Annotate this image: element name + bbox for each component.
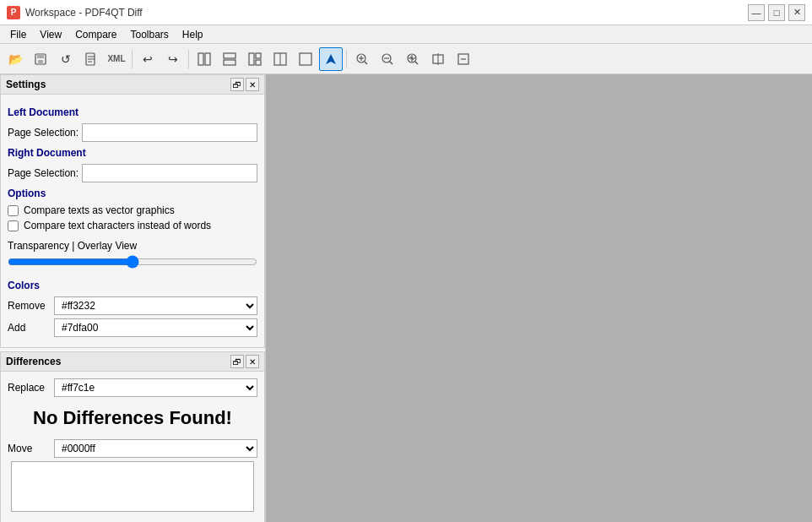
zoom2-btn[interactable] <box>376 47 399 71</box>
title-bar: P Workspace - PDF4QT Diff — □ ✕ <box>0 0 812 25</box>
menu-help[interactable]: Help <box>176 27 210 42</box>
settings-panel-controls: 🗗 ✕ <box>230 78 259 91</box>
add-color-label: Add <box>8 322 54 334</box>
view5-btn[interactable] <box>294 47 317 71</box>
remove-color-label: Remove <box>8 300 54 312</box>
replace-color-label: Replace <box>8 382 54 394</box>
svg-line-23 <box>390 62 392 64</box>
svg-line-19 <box>365 62 367 64</box>
sep3 <box>346 50 347 68</box>
compare-chars-label: Compare text characters instead of words <box>24 220 211 231</box>
zoom4-btn[interactable] <box>426 47 450 71</box>
add-color-row: Add #7dfa00 <box>8 318 257 337</box>
sep2 <box>188 50 189 68</box>
remove-color-select[interactable]: #ff3232 <box>54 296 257 315</box>
settings-panel-title: Settings <box>6 79 46 90</box>
colors-section: Colors Remove #ff3232 Add #7dfa00 <box>8 280 257 337</box>
view2-btn[interactable] <box>218 47 241 71</box>
refresh-btn[interactable]: ↺ <box>54 47 78 71</box>
window-title: Workspace - PDF4QT Diff <box>25 7 748 19</box>
zoom3-btn[interactable] <box>401 47 425 71</box>
navigate-btn[interactable] <box>319 47 343 71</box>
zoom1-btn[interactable] <box>350 47 374 71</box>
right-page-selection-label: Page Selection: <box>8 167 78 179</box>
right-page-selection-row: Page Selection: <box>8 164 257 182</box>
compare-chars-checkbox[interactable] <box>8 220 19 231</box>
menu-compare[interactable]: Compare <box>68 27 123 42</box>
view4-btn[interactable] <box>268 47 292 71</box>
menu-bar: File View Compare Toolbars Help <box>0 25 812 44</box>
transparency-label: Transparency | Overlay View <box>8 240 257 252</box>
left-panel: Settings 🗗 ✕ Left Document Page Selectio… <box>0 74 266 522</box>
differences-panel-header: Differences 🗗 ✕ <box>1 352 264 372</box>
options-title: Options <box>8 188 257 199</box>
add-color-select[interactable]: #7dfa00 <box>54 318 257 337</box>
svg-rect-13 <box>256 60 261 65</box>
replace-color-row: Replace #ff7c1e <box>8 378 257 397</box>
view1-btn[interactable] <box>192 47 216 71</box>
settings-close-btn[interactable]: ✕ <box>246 78 259 91</box>
move-color-select[interactable]: #0000ff <box>54 439 257 458</box>
right-document-title: Right Document <box>8 147 257 159</box>
replace-color-select[interactable]: #ff7c1e <box>54 378 257 397</box>
svg-rect-10 <box>224 60 235 65</box>
sep1 <box>132 50 133 68</box>
minimize-button[interactable]: — <box>748 4 765 21</box>
no-differences-message: No Differences Found! <box>8 400 257 436</box>
differences-close-btn[interactable]: ✕ <box>246 355 259 368</box>
transparency-slider[interactable] <box>8 255 257 269</box>
svg-rect-2 <box>38 60 43 64</box>
window-controls: — □ ✕ <box>748 4 805 21</box>
transparency-section: Transparency | Overlay View <box>8 240 257 271</box>
differences-content: Replace #ff7c1e No Differences Found! Mo… <box>1 372 264 522</box>
differences-restore-btn[interactable]: 🗗 <box>230 355 244 368</box>
compare-vector-label: Compare texts as vector graphics <box>24 204 175 216</box>
remove-color-row: Remove #ff3232 <box>8 296 257 315</box>
open-folder-btn[interactable]: 📂 <box>3 47 27 71</box>
no-differences-container: No Differences Found! Move #0000ff <box>8 400 257 458</box>
document-btn[interactable] <box>79 47 103 71</box>
settings-panel: Settings 🗗 ✕ Left Document Page Selectio… <box>0 74 265 348</box>
differences-panel: Differences 🗗 ✕ Replace #ff7c1e No Diffe… <box>0 351 265 522</box>
view3-btn[interactable] <box>243 47 267 71</box>
svg-rect-12 <box>256 53 261 58</box>
svg-rect-8 <box>205 53 210 65</box>
right-page-selection-input[interactable] <box>82 164 257 182</box>
svg-marker-17 <box>326 54 336 64</box>
xml-btn[interactable]: XML <box>105 47 128 71</box>
toolbar: 📂 ↺ XML ↩ ↪ <box>0 44 812 74</box>
app-icon: P <box>7 6 20 19</box>
menu-view[interactable]: View <box>33 27 68 42</box>
menu-toolbars[interactable]: Toolbars <box>124 27 176 42</box>
settings-content: Left Document Page Selection: Right Docu… <box>1 95 264 347</box>
svg-rect-7 <box>198 53 203 65</box>
undo-btn[interactable]: ↩ <box>136 47 160 71</box>
menu-file[interactable]: File <box>3 27 33 42</box>
settings-restore-btn[interactable]: 🗗 <box>230 78 244 91</box>
svg-rect-16 <box>300 53 311 65</box>
svg-line-26 <box>415 62 418 64</box>
compare-vector-checkbox[interactable] <box>8 205 19 216</box>
move-color-row: Move #0000ff <box>8 439 257 458</box>
redo-btn[interactable]: ↪ <box>161 47 185 71</box>
options-section: Options Compare texts as vector graphics… <box>8 188 257 231</box>
save-btn[interactable] <box>29 47 52 71</box>
left-page-selection-label: Page Selection: <box>8 127 78 139</box>
svg-rect-1 <box>37 54 44 58</box>
maximize-button[interactable]: □ <box>768 4 785 21</box>
preview-panel <box>266 74 812 522</box>
left-page-selection-input[interactable] <box>82 123 257 142</box>
left-page-selection-row: Page Selection: <box>8 123 257 142</box>
svg-rect-9 <box>224 53 235 58</box>
compare-chars-row: Compare text characters instead of words <box>8 220 257 231</box>
settings-panel-header: Settings 🗗 ✕ <box>1 75 264 95</box>
left-document-title: Left Document <box>8 106 257 118</box>
compare-vector-row: Compare texts as vector graphics <box>8 204 257 216</box>
zoom5-btn[interactable] <box>452 47 475 71</box>
differences-list[interactable] <box>11 461 254 512</box>
close-button[interactable]: ✕ <box>788 4 805 21</box>
differences-panel-controls: 🗗 ✕ <box>230 355 259 368</box>
main-layout: Settings 🗗 ✕ Left Document Page Selectio… <box>0 74 812 522</box>
colors-title: Colors <box>8 280 257 291</box>
move-color-label: Move <box>8 443 54 454</box>
